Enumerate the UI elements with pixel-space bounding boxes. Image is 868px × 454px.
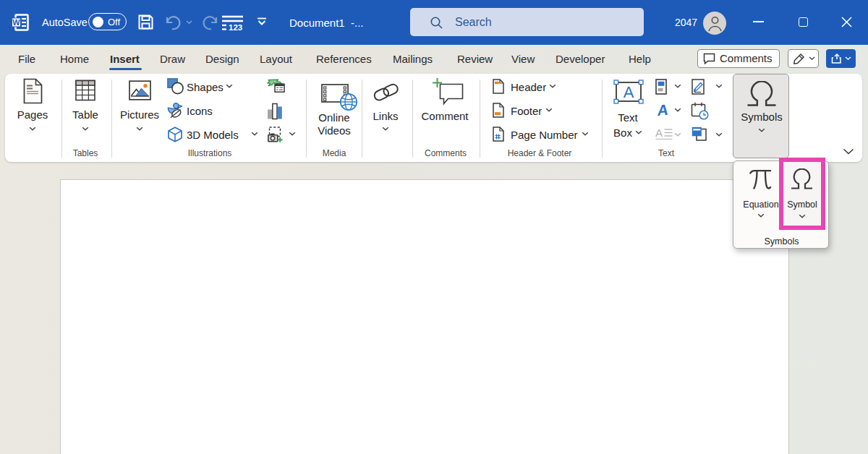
svg-text:W: W xyxy=(12,18,20,27)
svg-text:A: A xyxy=(624,83,634,101)
svg-text:123: 123 xyxy=(229,23,242,31)
svg-text:A: A xyxy=(655,103,668,117)
svg-text:A: A xyxy=(655,127,663,139)
